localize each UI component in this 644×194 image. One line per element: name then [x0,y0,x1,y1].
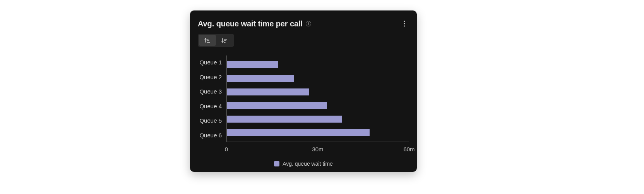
sort-ascending-icon [204,38,211,43]
x-axis-tick: 60m [403,146,414,152]
sort-toggle [198,34,234,47]
bar-row [227,112,409,126]
bar-row [227,71,409,85]
bars-region [226,55,409,142]
chart-area: Queue 1Queue 2Queue 3Queue 4Queue 5Queue… [198,55,409,167]
y-axis-label: Queue 1 [199,55,222,69]
y-axis-label: Queue 2 [199,70,222,84]
info-icon[interactable] [306,21,311,26]
y-axis-labels: Queue 1Queue 2Queue 3Queue 4Queue 5Queue… [199,55,226,142]
bar [227,116,342,123]
card-title: Avg. queue wait time per call [198,19,303,28]
x-axis: 030m60m [199,146,409,154]
bar [227,129,370,136]
chart-legend: Avg. queue wait time [198,161,409,167]
sort-descending-button[interactable] [216,35,233,46]
card-header: Avg. queue wait time per call [198,19,409,28]
more-options-button[interactable] [400,19,409,28]
bar [227,75,294,82]
bar [227,102,327,109]
svg-point-1 [404,23,405,24]
legend-swatch [274,161,279,166]
sort-ascending-button[interactable] [199,35,216,46]
y-axis-label: Queue 3 [199,85,222,98]
y-axis-label: Queue 4 [199,99,222,113]
title-wrap: Avg. queue wait time per call [198,19,311,28]
bar-row [227,85,409,99]
sort-descending-icon [221,38,228,43]
bar-row [227,58,409,71]
y-axis-label: Queue 5 [199,114,222,127]
y-axis-label: Queue 6 [199,128,222,142]
bar-row [227,126,409,139]
bar-row [227,99,409,112]
x-axis-ticks: 030m60m [226,146,409,154]
bar [227,88,309,95]
x-axis-tick: 0 [225,146,228,152]
kebab-icon [404,21,405,27]
chart-plot: Queue 1Queue 2Queue 3Queue 4Queue 5Queue… [198,55,409,142]
queue-wait-card: Avg. queue wait time per call [190,10,417,172]
svg-point-2 [404,25,405,26]
svg-point-0 [404,21,405,22]
x-axis-tick: 30m [312,146,323,152]
legend-label: Avg. queue wait time [283,161,333,167]
bar [227,61,278,68]
